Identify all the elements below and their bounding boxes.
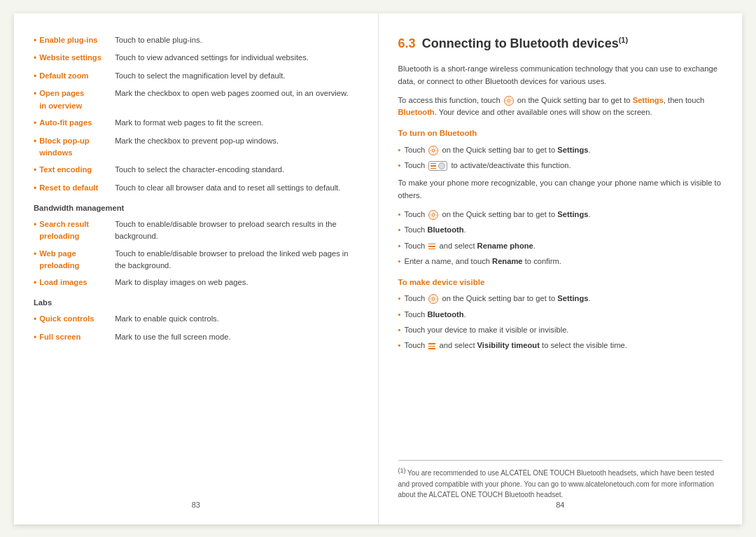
- list-item: • Text encoding Touch to select the char…: [34, 164, 358, 177]
- bullet-text: Touch and select Visibility timeout to s…: [404, 340, 626, 351]
- list-item: • Reset to default Touch to clear all br…: [34, 182, 358, 195]
- list-item: • Touch your device to make it visible o…: [398, 324, 723, 336]
- item-label-main: Block pop-up: [39, 135, 109, 147]
- turn-on-title: To turn on Bluetooth: [398, 127, 723, 140]
- bullet-icon: •: [34, 331, 36, 344]
- list-item: • Enable plug-ins Touch to enable plug-i…: [34, 34, 358, 48]
- list-item: • Touch on the Quick setting bar to get …: [398, 144, 723, 156]
- menu-line: [428, 246, 435, 247]
- bluetooth-bold: Bluetooth: [427, 225, 463, 234]
- item-label: Default zoom: [39, 70, 109, 82]
- bullet-icon: •: [34, 313, 36, 326]
- list-item: • Search result preloading Touch to enab…: [34, 218, 358, 243]
- svg-point-1: [432, 149, 435, 152]
- list-item: • Block pop-up windows Mark the checkbox…: [34, 135, 358, 160]
- bullet-icon: •: [398, 309, 401, 321]
- bullet-text: Touch on the Quick setting bar to get to…: [404, 209, 590, 221]
- bullet-icon: •: [398, 256, 401, 267]
- bluetooth-bold2: Bluetooth: [427, 310, 463, 319]
- visibility-bold: Visibility timeout: [477, 341, 540, 349]
- bullet-text: Touch and select Rename phone.: [404, 240, 536, 252]
- list-item: • Touch and select Visibility timeout to…: [398, 340, 723, 351]
- list-item: • Touch on the Quick setting bar to get …: [398, 293, 723, 305]
- bullet-icon: •: [398, 293, 401, 305]
- bullet-icon: •: [398, 144, 401, 156]
- item-label: Quick controls: [39, 313, 109, 325]
- access-text: To access this function, touch on the Qu…: [398, 95, 723, 119]
- chapter-number: 6.3: [398, 36, 416, 50]
- list-item: • Open pages in overview Mark the checkb…: [34, 88, 358, 112]
- item-desc: Touch to enable/disable browser to prelo…: [115, 218, 358, 243]
- bullet-text: Touch Bluetooth.: [404, 224, 465, 236]
- gear-icon: [504, 96, 514, 106]
- item-label-main: Web page: [39, 248, 109, 260]
- item-label-sub: windows: [39, 147, 109, 159]
- bullet-text: Enter a name, and touch Rename to confir…: [404, 256, 561, 267]
- rename-confirm-bold: Rename: [492, 257, 523, 265]
- item-label-two-line: Block pop-up windows: [39, 135, 109, 160]
- right-page: 6.3 Connecting to Bluetooth devices(1) B…: [379, 13, 743, 524]
- list-item: • Touch on the Quick setting bar to get …: [398, 209, 723, 221]
- item-desc: Mark to display images on web pages.: [115, 277, 358, 288]
- item-label-main: Search result: [39, 218, 109, 230]
- bullet-icon: •: [34, 88, 36, 101]
- menu-line: [428, 343, 435, 344]
- list-item: • Touch Bluetooth.: [398, 309, 723, 321]
- menu-line: [428, 249, 435, 250]
- settings-bold: Settings: [557, 210, 588, 218]
- item-label: Full screen: [39, 331, 109, 343]
- bullet-icon: •: [398, 340, 401, 351]
- bullet-icon: •: [34, 164, 36, 177]
- bullet-icon: •: [34, 135, 36, 148]
- bullet-text: Touch to activate/deactivate this functi…: [404, 160, 570, 172]
- list-item: • Quick controls Mark to enable quick co…: [34, 313, 358, 326]
- item-label: Enable plug-ins: [39, 34, 109, 46]
- bullet-icon: •: [34, 70, 36, 83]
- bullet-text: Touch your device to make it visible or …: [404, 324, 568, 336]
- item-label-two-line: Web page preloading: [39, 248, 109, 272]
- bullet-icon: •: [398, 324, 401, 336]
- list-item: • Load images Mark to display images on …: [34, 277, 358, 290]
- gear-svg: [430, 147, 437, 154]
- item-desc: Touch to view advanced settings for indi…: [115, 52, 358, 64]
- list-item: • Web page preloading Touch to enable/di…: [34, 248, 358, 272]
- bullet-icon: •: [34, 218, 36, 232]
- intro-text: Bluetooth is a short-range wireless comm…: [398, 63, 723, 88]
- footnote-number: (1): [398, 467, 406, 474]
- list-item: • Enter a name, and touch Rename to conf…: [398, 256, 723, 267]
- item-label-sub: in overview: [39, 100, 109, 112]
- bullet-icon: •: [34, 248, 36, 261]
- toggle-line: [430, 165, 436, 167]
- item-desc: Mark to enable quick controls.: [115, 313, 358, 325]
- visible-title: To make device visible: [398, 277, 723, 289]
- footnote-text: You are recommended to use ALCATEL ONE T…: [398, 470, 714, 498]
- chapter-title: Connecting to Bluetooth devices(1): [422, 36, 628, 50]
- section-labs: Labs: [34, 297, 358, 309]
- bullet-icon: •: [34, 182, 36, 195]
- list-item: • Website settings Touch to view advance…: [34, 52, 358, 65]
- item-desc: Mark to use the full screen mode.: [115, 331, 358, 343]
- menu-line: [428, 348, 435, 349]
- item-label-sub: preloading: [39, 230, 109, 242]
- item-desc: Mark to format web pages to fit the scre…: [115, 117, 358, 129]
- bullet-text: Touch on the Quick setting bar to get to…: [404, 293, 590, 305]
- bullet-icon: •: [398, 160, 401, 172]
- item-label-main: Open pages: [39, 88, 109, 99]
- bullet-text: Touch on the Quick setting bar to get to…: [404, 144, 590, 156]
- bullet-icon: •: [34, 34, 36, 48]
- item-desc: Touch to clear all browser data and to r…: [115, 182, 358, 194]
- bullet-icon: •: [398, 209, 401, 221]
- bullet-icon: •: [34, 117, 36, 130]
- item-label: Text encoding: [39, 164, 109, 176]
- bullet-text: Touch Bluetooth.: [404, 309, 465, 321]
- toggle-circle: [438, 162, 445, 169]
- item-label: Auto-fit pages: [39, 117, 109, 129]
- list-item: • Full screen Mark to use the full scree…: [34, 331, 358, 344]
- bullet-icon: •: [34, 277, 36, 290]
- chapter-header: 6.3 Connecting to Bluetooth devices(1): [398, 34, 723, 54]
- item-label: Website settings: [39, 52, 109, 64]
- item-label: Reset to default: [39, 182, 109, 194]
- list-item: • Auto-fit pages Mark to format web page…: [34, 117, 358, 130]
- bluetooth-bold: Bluetooth: [398, 108, 435, 116]
- list-item: • Touch to activate/deactivate this func…: [398, 160, 723, 172]
